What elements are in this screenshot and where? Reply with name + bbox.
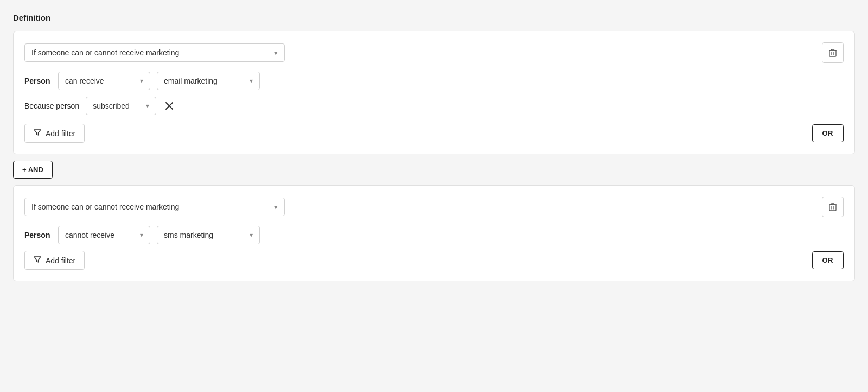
person-row-1: Person can receive ▾ email marketing ▾: [24, 72, 844, 90]
delete-button-1[interactable]: [822, 42, 844, 63]
condition-type-select-2[interactable]: If someone can or cannot receive marketi…: [24, 198, 285, 216]
close-icon-1: [165, 102, 174, 110]
filter-icon-1: [34, 129, 41, 138]
condition-block-2: If someone can or cannot receive marketi…: [13, 185, 855, 281]
condition-type-select-1[interactable]: If someone can or cannot receive marketi…: [24, 43, 285, 62]
receive-select-1[interactable]: can receive ▾: [58, 72, 150, 90]
condition-type-chevron-1: ▾: [274, 49, 278, 57]
add-filter-label-2: Add filter: [46, 256, 75, 265]
svg-rect-0: [829, 50, 836, 56]
trash-icon-1: [829, 48, 837, 57]
receive-chevron-1: ▾: [140, 77, 143, 85]
subscribed-chevron-1: ▾: [146, 102, 149, 110]
trash-icon-2: [829, 203, 837, 211]
condition-type-chevron-2: ▾: [274, 203, 278, 211]
marketing-chevron-1: ▾: [250, 77, 253, 85]
because-row-1: Because person subscribed ▾: [24, 97, 844, 115]
filter-icon-2: [34, 256, 41, 265]
subscribed-value-1: subscribed: [93, 102, 130, 110]
marketing-chevron-2: ▾: [250, 231, 253, 239]
delete-button-2[interactable]: [822, 197, 844, 217]
marketing-select-2[interactable]: sms marketing ▾: [157, 226, 260, 244]
page-title: Definition: [13, 13, 855, 22]
receive-chevron-2: ▾: [140, 231, 143, 239]
subscribed-select-1[interactable]: subscribed ▾: [86, 97, 156, 115]
person-row-2: Person cannot receive ▾ sms marketing ▾: [24, 226, 844, 244]
marketing-value-2: sms marketing: [164, 231, 213, 239]
or-button-2[interactable]: OR: [812, 251, 844, 269]
condition-block-1: If someone can or cannot receive marketi…: [13, 31, 855, 154]
and-button[interactable]: + AND: [13, 161, 53, 179]
person-label-2: Person: [24, 231, 52, 239]
condition-block-2-header: If someone can or cannot receive marketi…: [24, 197, 844, 217]
receive-select-2[interactable]: cannot receive ▾: [58, 226, 150, 244]
marketing-select-1[interactable]: email marketing ▾: [157, 72, 260, 90]
condition-type-label-2: If someone can or cannot receive marketi…: [31, 203, 179, 211]
receive-value-2: cannot receive: [65, 231, 114, 239]
condition-footer-2: Add filter OR: [24, 251, 844, 270]
remove-because-button-1[interactable]: [163, 102, 176, 110]
add-filter-label-1: Add filter: [46, 129, 75, 138]
receive-value-1: can receive: [65, 77, 104, 85]
or-button-1[interactable]: OR: [812, 124, 844, 142]
add-filter-button-1[interactable]: Add filter: [24, 124, 85, 143]
and-connector: + AND: [13, 154, 855, 185]
person-label-1: Person: [24, 77, 52, 85]
condition-type-label-1: If someone can or cannot receive marketi…: [31, 48, 179, 57]
condition-footer-1: Add filter OR: [24, 124, 844, 143]
marketing-value-1: email marketing: [164, 77, 218, 85]
svg-rect-1: [829, 205, 836, 211]
definition-section: Definition If someone can or cannot rece…: [13, 13, 855, 281]
condition-block-1-header: If someone can or cannot receive marketi…: [24, 42, 844, 63]
because-label-1: Because person: [24, 102, 79, 110]
add-filter-button-2[interactable]: Add filter: [24, 251, 85, 270]
